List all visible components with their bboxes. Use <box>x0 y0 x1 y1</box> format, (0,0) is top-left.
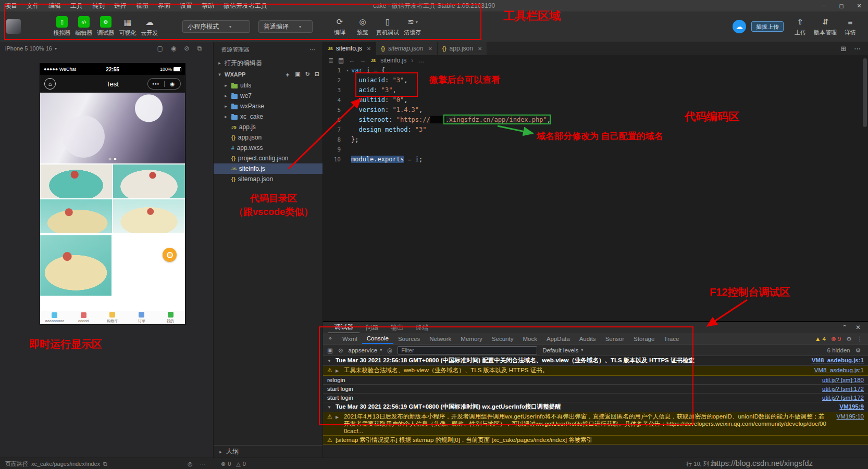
console-sidebar-icon[interactable]: ▣ <box>327 347 333 354</box>
devtools-tab-security[interactable]: Security <box>487 333 518 344</box>
source-link[interactable]: VM195:10 <box>837 413 864 420</box>
file-sitemap.json[interactable]: {}sitemap.json <box>214 174 323 184</box>
console-messages[interactable]: ▼Tue Mar 30 2021 22:56:18 GMT+0800 (中国标准… <box>323 356 868 458</box>
bookmark-icon[interactable]: ▤ <box>338 57 344 64</box>
version-button[interactable]: ⇵版本管理 <box>814 17 837 36</box>
source-link[interactable]: VM195:9 <box>839 403 864 410</box>
wechat-capsule[interactable]: ●●● ◉ <box>147 78 181 90</box>
expand-icon[interactable]: ▼ <box>327 403 332 411</box>
devtools-tab-mock[interactable]: Mock <box>518 333 541 344</box>
warning-count-badge[interactable]: ▲ 4 <box>815 336 826 342</box>
toolbar-toggle-simulator[interactable]: ▯模拟器 <box>51 16 73 37</box>
device-select[interactable]: iPhone 5 100% 16 ▾ <box>5 45 57 52</box>
refresh-icon[interactable]: ↻ <box>305 71 310 79</box>
expand-icon[interactable]: ▶ <box>336 413 341 421</box>
more-icon[interactable]: ⋯ <box>309 46 315 53</box>
upload-button[interactable]: ⇧上传 <box>789 17 812 36</box>
file-project.config.json[interactable]: {}project.config.json <box>214 153 323 163</box>
rotate-device-icon[interactable]: ▢ <box>157 45 163 52</box>
menu-item[interactable]: 编辑 <box>44 0 66 11</box>
carousel-dot[interactable] <box>109 158 111 160</box>
file-app.json[interactable]: {}app.json <box>214 132 323 143</box>
close-panel-icon[interactable]: ✕ <box>855 324 861 331</box>
expand-icon[interactable]: ▶ <box>336 366 341 375</box>
toolbar-toggle-debugger[interactable]: ⚙调试器 <box>95 16 117 37</box>
devtools-tab-memory[interactable]: Memory <box>456 333 487 344</box>
devtools-tab-sources[interactable]: Sources <box>393 333 425 344</box>
devtools-tab-sensor[interactable]: Sensor <box>601 333 629 344</box>
close-button[interactable]: ✕ <box>850 0 868 11</box>
inspect-element-icon[interactable]: ⌖ <box>323 335 338 342</box>
console-filter-input[interactable] <box>398 346 537 354</box>
file-app.wxss[interactable]: #app.wxss <box>214 143 323 153</box>
forward-icon[interactable]: → <box>359 57 366 64</box>
product-image[interactable] <box>40 235 111 296</box>
menu-item[interactable]: 选择 <box>109 0 131 11</box>
source-link[interactable]: VM8_asdebug.js:1 <box>812 357 864 364</box>
debugger-tab-3[interactable]: 终端 <box>410 322 435 333</box>
outline-section[interactable]: ▸ 大纲 <box>214 445 323 458</box>
minimize-capsule-icon[interactable]: ◉ <box>165 81 181 87</box>
kebab-menu-icon[interactable]: ⋮ <box>857 335 863 343</box>
devtools-tab-audits[interactable]: Audits <box>575 333 601 344</box>
editor-scrollbar[interactable] <box>863 58 867 127</box>
toolbar-action-preview[interactable]: ◎预览 <box>351 17 374 36</box>
toolbar-toggle-visualizer[interactable]: ▦可视化 <box>117 16 139 37</box>
open-editors-section[interactable]: ▸ 打开的编辑器 <box>214 57 323 69</box>
phone-tab-4[interactable]: 我的 <box>156 311 185 324</box>
banner-image[interactable] <box>40 93 185 163</box>
menu-item[interactable]: 帮助 <box>197 0 219 11</box>
eye-icon[interactable]: ◎ <box>188 461 193 467</box>
page-path-item[interactable]: 页面路径 xc_cake/pages/index/index ⧉ <box>5 458 107 469</box>
more-icon[interactable]: ⋯ <box>200 461 206 467</box>
mode-select[interactable]: 小程序模式 ▾ <box>182 20 250 33</box>
outline-icon[interactable]: ≣ <box>328 57 333 64</box>
source-link[interactable]: util.js? [sm]:172 <box>822 385 864 392</box>
tab-app.json[interactable]: {}app.json✕ <box>438 42 488 55</box>
debugger-tab-2[interactable]: 输出 <box>385 322 410 333</box>
toolbar-action-clear-cache[interactable]: ≋▾清缓存 <box>401 17 424 36</box>
split-editor-icon[interactable]: ⊞ <box>840 45 846 53</box>
debugger-tab-0[interactable]: 调试器 <box>328 322 359 333</box>
toolbar-toggle-cloud-dev[interactable]: ☁云开发 <box>139 16 160 37</box>
eye-icon[interactable]: ◎ <box>387 347 392 354</box>
devtools-tab-console[interactable]: Console <box>362 333 393 344</box>
collapse-all-icon[interactable]: ⊟ <box>315 71 319 79</box>
code-lines[interactable]: 1▾var i = {2 uniacid: "3",3 acid: "3",4 … <box>323 66 868 164</box>
upload-badge[interactable]: 插拔上传 <box>751 21 784 32</box>
debugger-tab-1[interactable]: 问题 <box>359 322 385 333</box>
new-folder-icon[interactable]: ▣ <box>295 71 300 79</box>
file-we7[interactable]: ▸we7 <box>214 91 323 101</box>
menu-item[interactable]: 项目 <box>0 0 22 11</box>
hidden-count-label[interactable]: 6 hidden <box>827 347 850 353</box>
settings-gear-icon[interactable]: ⚙ <box>855 347 861 354</box>
floating-action-button[interactable] <box>163 248 177 262</box>
close-icon[interactable]: ✕ <box>428 46 432 52</box>
more-icon[interactable]: ●●● <box>148 82 164 85</box>
menu-item[interactable]: 工具 <box>66 0 88 11</box>
error-count-badge[interactable]: ⊗ 9 <box>831 335 841 343</box>
user-avatar[interactable] <box>6 19 21 34</box>
close-icon[interactable]: ✕ <box>478 46 482 52</box>
screenshot-icon[interactable]: ⧉ <box>197 45 202 52</box>
copy-icon[interactable]: ⧉ <box>103 461 107 467</box>
devtools-tab-storage[interactable]: Storage <box>629 333 659 344</box>
carousel-dot-active[interactable] <box>114 158 117 160</box>
context-select[interactable]: appservice ▾ <box>349 347 382 353</box>
devtools-tab-wxml[interactable]: Wxml <box>338 333 362 344</box>
toolbar-action-device-debug[interactable]: ▯真机调试 <box>374 17 401 36</box>
phone-tab-2[interactable]: 购物车 <box>98 311 127 324</box>
record-icon[interactable]: ◉ <box>171 45 176 52</box>
toolbar-action-compile[interactable]: ⟳编译 <box>328 17 351 36</box>
menu-item[interactable]: 转到 <box>88 0 109 11</box>
settings-gear-icon[interactable]: ⚙ <box>846 335 851 343</box>
file-xc_cake[interactable]: ▸xc_cake <box>214 111 323 122</box>
close-icon[interactable]: ✕ <box>367 46 371 52</box>
home-icon[interactable]: ⌂ <box>44 78 56 90</box>
devtools-tab-trace[interactable]: Trace <box>659 333 684 344</box>
cloud-sync-icon[interactable]: ☁ <box>733 20 746 33</box>
menu-item[interactable]: 微信开发者工具 <box>219 0 272 11</box>
minimize-button[interactable]: ─ <box>815 0 833 11</box>
menu-item[interactable]: 视图 <box>131 0 153 11</box>
tab-siteinfo.js[interactable]: JSsiteinfo.js✕ <box>323 42 376 55</box>
